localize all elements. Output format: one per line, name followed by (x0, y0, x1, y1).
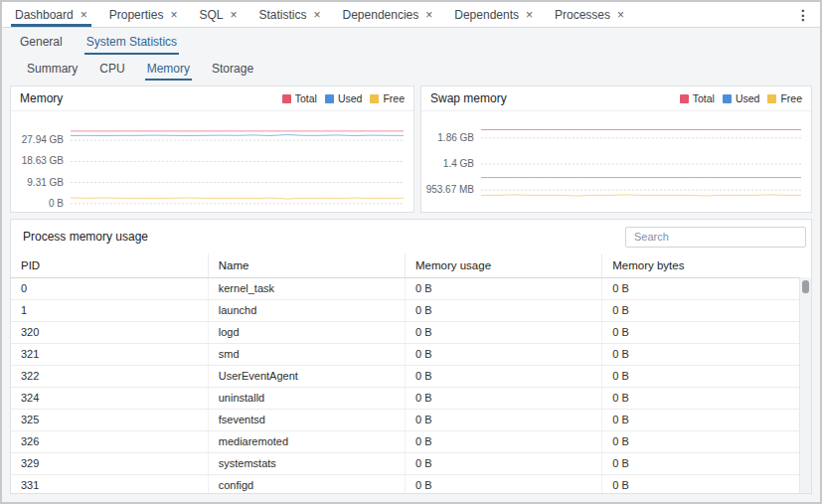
tab-general[interactable]: General (8, 28, 75, 56)
legend-label: Free (383, 92, 405, 104)
table-cell: systemstats (208, 452, 405, 474)
tab-close-icon[interactable]: × (617, 9, 624, 21)
window-tab-label: Statistics (258, 8, 306, 22)
table-cell: 324 (11, 387, 208, 409)
process-table: PIDNameMemory usageMemory bytes 0kernel_… (11, 253, 799, 494)
table-scrollbar[interactable] (799, 277, 811, 493)
legend-label: Total (693, 92, 715, 104)
swap-chart-header: Swap memory TotalUsedFree (421, 86, 811, 111)
y-tick-label: 1.4 GB (443, 158, 474, 169)
window-tab-dependencies[interactable]: Dependencies× (332, 2, 444, 27)
swap-memory-chart-panel: Swap memory TotalUsedFree 1.86 GB1.4 GB9… (420, 85, 812, 213)
memory-chart-header: Memory TotalUsedFree (11, 86, 413, 111)
table-row[interactable]: 0kernel_task0 B0 B (11, 277, 799, 299)
chart-legend: TotalUsedFree (282, 92, 405, 104)
table-row[interactable]: 324uninstalld0 B0 B (11, 387, 799, 409)
table-row[interactable]: 1launchd0 B0 B (11, 299, 799, 321)
legend-item-free: Free (370, 92, 405, 104)
process-panel-title: Process memory usage (23, 230, 148, 244)
table-row[interactable]: 325fseventsd0 B0 B (11, 409, 799, 430)
chart-svg: 1.86 GB1.4 GB953.67 MB (421, 111, 811, 212)
table-cell: 0 B (602, 299, 799, 321)
tab-close-icon[interactable]: × (81, 9, 87, 21)
table-cell: 331 (11, 474, 208, 494)
tab-summary[interactable]: Summary (16, 56, 88, 82)
swap-chart-plot: 1.86 GB1.4 GB953.67 MB (421, 111, 811, 212)
table-row[interactable]: 320logd0 B0 B (11, 321, 799, 343)
chart-svg: 27.94 GB18.63 GB9.31 GB0 B (11, 111, 413, 212)
table-row[interactable]: 326mediaremoted0 B0 B (11, 430, 799, 452)
column-header-memory-bytes[interactable]: Memory bytes (602, 253, 799, 277)
table-cell: UserEventAgent (208, 365, 405, 387)
tab-label: System Statistics (86, 35, 177, 49)
tab-label: Memory (147, 62, 190, 76)
legend-label: Total (295, 92, 317, 104)
tab-label: General (20, 35, 63, 49)
tab-close-icon[interactable]: × (170, 9, 177, 21)
window-tab-bar: Dashboard×Properties×SQL×Statistics×Depe… (2, 2, 820, 28)
window-tab-dashboard[interactable]: Dashboard× (4, 2, 98, 27)
table-cell: 0 B (406, 409, 602, 430)
scrollbar-thumb[interactable] (802, 280, 809, 293)
window-tab-statistics[interactable]: Statistics× (247, 2, 331, 27)
table-cell: 326 (11, 430, 208, 452)
y-tick-label: 0 B (49, 198, 64, 209)
window-tab-processes[interactable]: Processes× (544, 2, 635, 27)
table-cell: 0 B (602, 321, 799, 343)
y-tick-label: 9.31 GB (27, 177, 64, 188)
tab-memory[interactable]: Memory (136, 56, 201, 82)
column-header-pid[interactable]: PID (11, 253, 208, 277)
window-tab-label: Dependencies (343, 8, 419, 22)
table-cell: launchd (208, 299, 405, 321)
window-tab-sql[interactable]: SQL× (188, 2, 247, 27)
table-row[interactable]: 331configd0 B0 B (11, 474, 799, 494)
window-tab-label: Dependents (454, 8, 519, 22)
legend-label: Used (338, 92, 363, 104)
y-tick-label: 1.86 GB (437, 132, 474, 143)
tab-storage[interactable]: Storage (201, 56, 264, 82)
window-tab-properties[interactable]: Properties× (98, 2, 189, 27)
column-header-name[interactable]: Name (208, 253, 405, 277)
table-cell: 329 (11, 452, 208, 474)
tab-system-statistics[interactable]: System Statistics (75, 28, 189, 56)
tab-cpu[interactable]: CPU (88, 56, 135, 82)
table-cell: 0 (11, 277, 208, 299)
legend-item-used: Used (325, 92, 363, 104)
window-tab-label: Properties (109, 8, 164, 22)
dashboard-tab-bar: GeneralSystem Statistics (2, 28, 820, 56)
table-cell: 0 B (406, 387, 602, 409)
legend-swatch-total-icon (282, 94, 291, 103)
legend-label: Used (736, 92, 760, 104)
table-cell: 321 (11, 343, 208, 365)
tab-close-icon[interactable]: × (230, 9, 237, 21)
table-cell: 0 B (406, 277, 602, 299)
table-cell: 325 (11, 409, 208, 430)
search-input[interactable] (625, 227, 806, 248)
tab-label: Storage (212, 62, 253, 76)
table-cell: 320 (11, 321, 208, 343)
table-cell: 0 B (406, 474, 602, 494)
table-cell: 0 B (602, 387, 799, 409)
table-cell: 0 B (406, 343, 602, 365)
legend-item-free: Free (767, 92, 802, 104)
legend-swatch-free-icon (370, 94, 379, 103)
window-tab-dependents[interactable]: Dependents× (443, 2, 544, 27)
table-cell: 0 B (406, 321, 602, 343)
dashboard-content: GeneralSystem Statistics SummaryCPUMemor… (2, 28, 820, 502)
table-cell: 0 B (602, 365, 799, 387)
table-cell: 0 B (602, 343, 799, 365)
table-row[interactable]: 322UserEventAgent0 B0 B (11, 365, 799, 387)
kebab-menu-icon[interactable]: ⋮ (793, 7, 813, 23)
table-row[interactable]: 321smd0 B0 B (11, 343, 799, 365)
window-tab-label: Processes (555, 8, 610, 22)
column-header-memory-usage[interactable]: Memory usage (406, 253, 602, 277)
legend-item-used: Used (723, 92, 760, 104)
window-tab-label: Dashboard (15, 8, 74, 22)
tab-close-icon[interactable]: × (425, 9, 432, 21)
table-row[interactable]: 329systemstats0 B0 B (11, 452, 799, 474)
table-cell: logd (208, 321, 405, 343)
pgadmin-dashboard-window: Dashboard×Properties×SQL×Statistics×Depe… (0, 0, 822, 504)
table-cell: 0 B (602, 452, 799, 474)
tab-close-icon[interactable]: × (314, 9, 321, 21)
tab-close-icon[interactable]: × (526, 9, 533, 21)
